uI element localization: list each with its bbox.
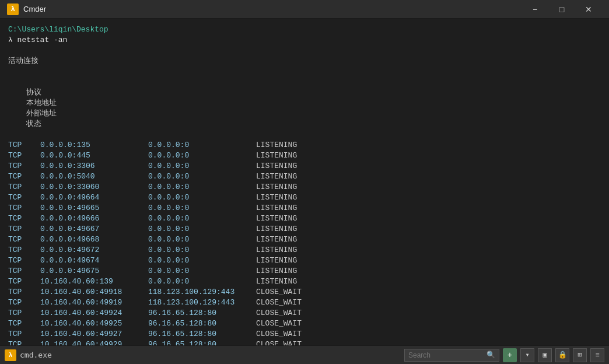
table-row: TCP0.0.0.0:50400.0.0.0:0LISTENING — [8, 172, 601, 182]
close-button[interactable]: ✕ — [575, 0, 602, 19]
search-input[interactable] — [408, 351, 484, 359]
blank-line2 — [8, 66, 601, 77]
search-box: 🔍 — [404, 349, 499, 362]
status-icon: λ — [5, 349, 16, 361]
table-row: TCP0.0.0.0:496720.0.0.0:0LISTENING — [8, 245, 601, 256]
restore-button[interactable]: □ — [548, 0, 575, 19]
table-row: TCP10.160.40.60:4992996.16.65.128:80CLOS… — [8, 340, 601, 345]
table-row: TCP0.0.0.0:496750.0.0.0:0LISTENING — [8, 266, 601, 276]
minimize-button[interactable]: − — [522, 0, 548, 19]
netstat-table: TCP0.0.0.0:1350.0.0.0:0LISTENINGTCP0.0.0… — [8, 140, 601, 345]
table-row: TCP10.160.40.60:4992796.16.65.128:80CLOS… — [8, 329, 601, 340]
cmder-icon: λ — [7, 4, 19, 15]
add-tab-button[interactable]: + — [503, 348, 517, 362]
table-row: TCP0.0.0.0:496650.0.0.0:0LISTENING — [8, 203, 601, 214]
menu-button[interactable]: ≡ — [590, 348, 604, 362]
window-title: Cmder — [23, 5, 46, 13]
table-row: TCP0.0.0.0:496640.0.0.0:0LISTENING — [8, 192, 601, 203]
table-row: TCP0.0.0.0:496660.0.0.0:0LISTENING — [8, 214, 601, 224]
table-row: TCP0.0.0.0:4450.0.0.0:0LISTENING — [8, 150, 601, 161]
table-row: TCP0.0.0.0:1350.0.0.0:0LISTENING — [8, 140, 601, 150]
status-bar: λ cmd.exe 🔍 + ▾ ▣ 🔒 ⊞ ≡ — [0, 345, 609, 364]
table-row: TCP10.160.40.60:49919118.123.100.129:443… — [8, 298, 601, 308]
table-row: TCP0.0.0.0:496670.0.0.0:0LISTENING — [8, 224, 601, 235]
table-row: TCP10.160.40.60:4992596.16.65.128:80CLOS… — [8, 318, 601, 329]
command-prompt: λ netstat -an — [8, 35, 601, 46]
table-row: TCP10.160.40.60:4992496.16.65.128:80CLOS… — [8, 308, 601, 318]
tab-dropdown-button[interactable]: ▾ — [520, 348, 534, 362]
column-headers: 协议 本地地址 外部地址 状态 — [8, 77, 601, 140]
current-path: C:\Users\liqin\Desktop — [8, 24, 601, 35]
table-row: TCP10.160.40.60:1390.0.0.0:0LISTENING — [8, 276, 601, 287]
lock-button[interactable]: 🔒 — [555, 348, 569, 362]
table-row: TCP0.0.0.0:496740.0.0.0:0LISTENING — [8, 256, 601, 266]
table-row: TCP0.0.0.0:330600.0.0.0:0LISTENING — [8, 182, 601, 192]
table-row: TCP10.160.40.60:49918118.123.100.129:443… — [8, 287, 601, 298]
search-icon[interactable]: 🔍 — [487, 351, 495, 359]
panel-button[interactable]: ▣ — [538, 348, 552, 362]
status-process-label: cmd.exe — [20, 351, 52, 359]
terminal-area: C:\Users\liqin\Desktop λ netstat -an 活动连… — [0, 19, 609, 345]
grid-button[interactable]: ⊞ — [573, 348, 587, 362]
blank-line — [8, 46, 601, 56]
title-bar: λ Cmder − □ ✕ — [0, 0, 609, 19]
table-row: TCP0.0.0.0:496680.0.0.0:0LISTENING — [8, 235, 601, 245]
table-row: TCP0.0.0.0:33060.0.0.0:0LISTENING — [8, 161, 601, 172]
active-connections-label: 活动连接 — [8, 56, 601, 66]
